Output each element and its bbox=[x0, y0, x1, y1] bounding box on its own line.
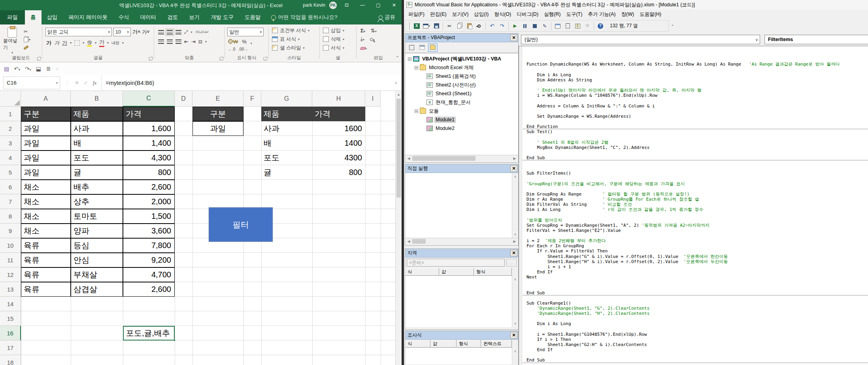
menu-파일(F)[interactable]: 파일(F) bbox=[406, 10, 427, 19]
cell-A2[interactable]: 과일 bbox=[21, 121, 71, 136]
cell-B2[interactable]: 사과 bbox=[71, 121, 123, 136]
code-line[interactable]: Set GroupRng = DynamicRange(Sheet1, "A",… bbox=[523, 223, 868, 228]
number-dialog-launcher[interactable] bbox=[264, 57, 267, 60]
cell-C13[interactable]: 2,600 bbox=[123, 282, 175, 297]
collapse-expander-icon[interactable] bbox=[415, 109, 418, 113]
cell-G3[interactable]: 배 bbox=[261, 136, 312, 151]
cell-H1[interactable]: 가격 bbox=[312, 107, 365, 121]
save-button[interactable] bbox=[432, 22, 441, 30]
code-line[interactable]: Dim GroupRng As Range ' 필터링 할 구분 범위 (동적으… bbox=[523, 192, 868, 197]
tab-검토[interactable]: 검토 bbox=[162, 10, 183, 24]
scroll-up-arrow[interactable]: ∧ bbox=[512, 348, 518, 355]
decrease-decimal-button[interactable]: .00→ bbox=[238, 47, 248, 51]
row-header-16[interactable]: 16 bbox=[0, 326, 21, 341]
row-header-8[interactable]: 8 bbox=[0, 209, 21, 224]
locals-vertical-scrollbar[interactable]: ∧ ∨ bbox=[512, 276, 518, 327]
phonetic-button[interactable]: 내천 bbox=[111, 40, 119, 46]
toolbar-grip[interactable] bbox=[408, 22, 409, 30]
code-line[interactable]: Sheet1.Range("G2:H" & i).ClearContents bbox=[523, 342, 868, 347]
scroll-down-arrow[interactable]: ∨ bbox=[512, 320, 518, 327]
scrollbar-thumb[interactable] bbox=[412, 156, 476, 161]
tab-페이지 레이아웃[interactable]: 페이지 레이아웃 bbox=[63, 10, 113, 24]
cell-C3[interactable]: 1,400 bbox=[123, 136, 175, 151]
immediate-titlebar[interactable]: 직접 실행 ✕ bbox=[405, 164, 518, 173]
cell-B3[interactable]: 배 bbox=[71, 136, 123, 151]
cell-C4[interactable]: 4,300 bbox=[123, 151, 175, 165]
code-line[interactable] bbox=[523, 51, 868, 56]
collapse-ribbon-button[interactable]: ⌃ bbox=[396, 55, 399, 60]
code-line[interactable] bbox=[523, 119, 868, 124]
procedure-dropdown[interactable]: FilterItems bbox=[764, 35, 868, 44]
code-line[interactable]: For Each r In GroupRng bbox=[523, 243, 868, 248]
code-line[interactable]: i = 2 '제품 2번째행 부터 추가한다 bbox=[523, 238, 868, 243]
column-header-H[interactable]: H bbox=[312, 91, 365, 107]
column-header-B[interactable]: B bbox=[71, 91, 123, 107]
filter-shape-button[interactable]: 필터 bbox=[209, 207, 273, 242]
alignment-dialog-launcher[interactable] bbox=[220, 57, 223, 60]
code-line[interactable]: Sub Test() bbox=[523, 129, 868, 134]
code-line[interactable]: ' End(xlUp) 맨마지막 라인에서 위로 올라와서 맨 마지막 값, 즉… bbox=[523, 88, 868, 93]
tab-데이터[interactable]: 데이터 bbox=[135, 10, 162, 24]
sort-filter-button[interactable]: ⇅▾ bbox=[371, 28, 377, 34]
cell-A4[interactable]: 과일 bbox=[21, 151, 71, 165]
row-header-7[interactable]: 7 bbox=[0, 194, 21, 209]
cell-C7[interactable]: 2,000 bbox=[123, 194, 175, 209]
accounting-format-button[interactable]: 🪙︎₩ bbox=[228, 39, 238, 45]
code-line[interactable]: '범위를 받아오자 bbox=[523, 218, 868, 223]
project-explorer-titlebar[interactable]: 프로젝트 - VBAProject ✕ bbox=[405, 34, 518, 42]
column-header-F[interactable]: F bbox=[243, 91, 261, 107]
scroll-down-arrow[interactable]: ∨ bbox=[512, 231, 518, 238]
code-line[interactable] bbox=[523, 150, 868, 155]
code-line[interactable] bbox=[523, 186, 868, 192]
view-excel-button[interactable]: X bbox=[412, 22, 421, 30]
watch-vertical-scrollbar[interactable]: ∧ bbox=[512, 348, 518, 364]
code-line[interactable] bbox=[523, 160, 868, 166]
cell-C8[interactable]: 1,500 bbox=[123, 209, 175, 224]
cell-A13[interactable]: 육류 bbox=[21, 282, 71, 297]
menu-보기(V)[interactable]: 보기(V) bbox=[449, 10, 472, 19]
menu-삽입(I)[interactable]: 삽입(I) bbox=[471, 10, 491, 19]
view-code-button[interactable] bbox=[407, 43, 416, 52]
tab-삽입[interactable]: 삽입 bbox=[42, 10, 63, 24]
cell-H5[interactable]: 800 bbox=[312, 165, 365, 180]
customize-qat-button[interactable]: ⸬ bbox=[56, 67, 58, 71]
help-button[interactable]: ? bbox=[596, 22, 605, 30]
column-header-값[interactable]: 값 bbox=[430, 340, 457, 348]
scrollbar-thumb[interactable] bbox=[396, 99, 401, 198]
code-line[interactable]: 'GroupRng(구분)의 조건을 비교해서, 구분에 해당하는 제품과 가격… bbox=[523, 181, 868, 186]
code-line[interactable]: i = Sheet1.Range("G1048576").End(xlUp).R… bbox=[523, 332, 868, 337]
column-header-D[interactable]: D bbox=[175, 91, 192, 107]
cell-A7[interactable]: 채소 bbox=[21, 194, 71, 209]
scroll-left-arrow[interactable]: ◀ bbox=[406, 239, 412, 244]
project-explorer-close-icon[interactable]: ✕ bbox=[510, 34, 517, 41]
code-line[interactable] bbox=[523, 176, 868, 181]
row-header-17[interactable]: 17 bbox=[0, 341, 21, 355]
cell-E2[interactable]: 과일 bbox=[192, 121, 243, 136]
save-button[interactable]: ▤ bbox=[4, 66, 9, 72]
code-line[interactable]: MsgBox DynamicRange(Sheet1, "C", 2).Addr… bbox=[523, 145, 868, 150]
code-line[interactable]: Dim FilterVal As String ' 비교할 조건 bbox=[523, 202, 868, 207]
code-line[interactable]: i = i + 1 bbox=[523, 264, 868, 269]
fill-color-button[interactable]: 🪣︎ bbox=[87, 40, 92, 47]
tree-item-Module1[interactable]: Module1 bbox=[406, 115, 518, 124]
row-header-15[interactable]: 15 bbox=[0, 311, 21, 326]
row-header-6[interactable]: 6 bbox=[0, 180, 21, 194]
column-header-형식[interactable]: 형식 bbox=[457, 340, 481, 348]
code-line[interactable]: FilterVal = Sheet1.Range("E2").Value bbox=[523, 228, 868, 233]
cell-C10[interactable]: 7,800 bbox=[123, 238, 175, 253]
code-line[interactable]: If i > 1 Then bbox=[523, 337, 868, 342]
format-cells-button[interactable]: 서식▾ bbox=[323, 43, 356, 52]
code-line[interactable]: End If bbox=[523, 269, 868, 275]
formula-input[interactable]: =mytextjoin(B4:B6) bbox=[101, 75, 391, 90]
comma-style-button[interactable]: , bbox=[251, 39, 252, 45]
clipboard-dialog-launcher[interactable] bbox=[37, 57, 41, 60]
locals-callstack-button[interactable]: … bbox=[506, 259, 517, 267]
cell-H4[interactable]: 4300 bbox=[312, 151, 365, 165]
column-header-식[interactable]: 식 bbox=[405, 268, 439, 276]
code-line[interactable]: i = WS.Range(Column & "1048576").End(xlU… bbox=[523, 93, 868, 98]
code-line[interactable] bbox=[523, 67, 868, 72]
code-line[interactable] bbox=[523, 280, 868, 285]
run-button[interactable]: ▶ bbox=[511, 22, 519, 30]
cell-B1[interactable]: 제품 bbox=[71, 107, 123, 121]
cell-A3[interactable]: 과일 bbox=[21, 136, 71, 151]
